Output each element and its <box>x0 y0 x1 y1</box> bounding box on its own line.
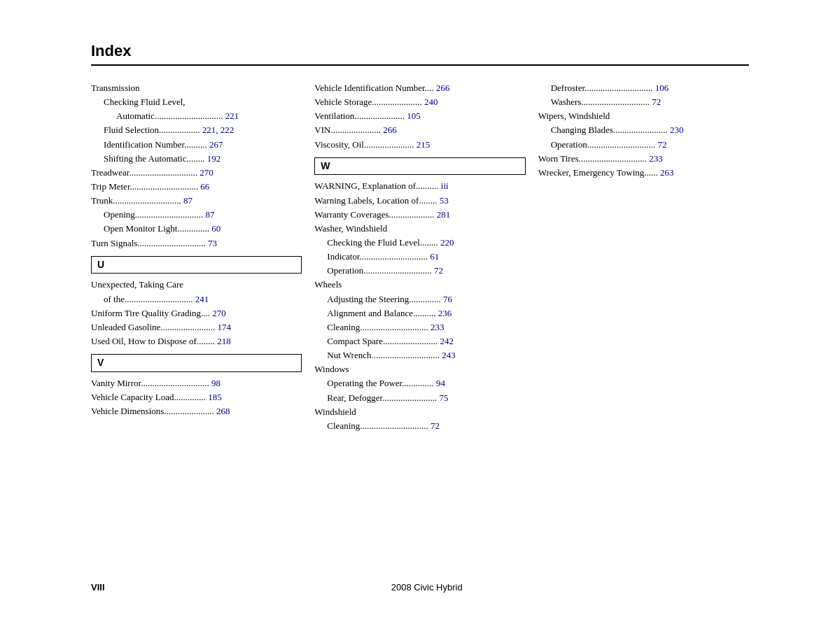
section-header: V <box>91 348 302 376</box>
page-number: 266 <box>434 83 450 93</box>
dot-leader: .............. <box>177 223 209 234</box>
dot-leader: .... <box>425 83 434 93</box>
index-column-1: TransmissionChecking Fluid Level,Automat… <box>91 81 314 433</box>
index-columns: TransmissionChecking Fluid Level,Automat… <box>91 81 749 433</box>
dot-leader: ........................ <box>613 125 668 135</box>
page-number: 87 <box>203 209 214 220</box>
page-number: 218 <box>215 336 231 346</box>
dot-leader: .................. <box>159 125 202 135</box>
list-item: Turn Signals............................… <box>91 236 302 250</box>
list-item: Trunk.............................. 87 <box>91 194 302 208</box>
dot-leader: .............................. <box>155 111 223 121</box>
list-item: Shifting the Automatic........ 192 <box>91 152 302 166</box>
section-header: U <box>91 250 302 278</box>
index-column-3: Defroster.............................. … <box>538 81 749 433</box>
page-number: 267 <box>207 139 223 150</box>
list-item: Washers.............................. 72 <box>538 95 749 109</box>
list-item: Vehicle Capacity Load.............. 185 <box>91 390 302 404</box>
page-number: 240 <box>422 97 438 107</box>
dot-leader: .................... <box>389 209 435 220</box>
page-number: 242 <box>438 336 454 346</box>
dot-leader: .......... <box>416 180 439 191</box>
page-number: 75 <box>437 392 448 403</box>
page-number: 72 <box>655 139 666 150</box>
list-item: Warranty Coverages.................... 2… <box>314 208 525 222</box>
page-title: Index <box>91 42 749 60</box>
page-number: 221, 222 <box>202 125 234 135</box>
page-number: 66 <box>198 181 209 192</box>
page-number: 270 <box>210 308 226 318</box>
dot-leader: .............. <box>409 294 441 304</box>
list-item: Wrecker, Emergency Towing...... 263 <box>538 166 749 180</box>
page-number: 233 <box>428 322 444 332</box>
page-number: 243 <box>440 350 456 360</box>
list-item: Indicator.............................. … <box>314 250 525 264</box>
list-item: Cleaning.............................. 2… <box>314 320 525 334</box>
list-item: Operation.............................. … <box>314 264 525 278</box>
page-number: 192 <box>204 153 220 164</box>
list-item: Operation.............................. … <box>538 138 749 152</box>
page-number: 220 <box>438 237 454 248</box>
list-item: Ventilation...................... 105 <box>314 109 525 123</box>
list-item: Worn Tires..............................… <box>538 152 749 166</box>
page-number: 215 <box>414 139 430 150</box>
list-item: Checking the Fluid Level........ 220 <box>314 236 525 250</box>
list-item: Changing Blades........................ … <box>538 123 749 137</box>
list-item: Vehicle Dimensions......................… <box>91 404 302 418</box>
page-number: 236 <box>436 308 452 318</box>
page-number: 72 <box>428 420 440 431</box>
list-item: Checking Fluid Level, <box>91 95 302 109</box>
dot-leader: .............................. <box>360 420 428 431</box>
list-item: Wipers, Windshield <box>538 109 749 123</box>
dot-leader: ........ <box>419 195 437 206</box>
page-footer: VIII 2008 Civic Hybrid <box>0 582 840 593</box>
dot-leader: .... <box>201 308 210 318</box>
list-item: Windows <box>314 362 525 376</box>
dot-leader: .......... <box>413 308 436 318</box>
dot-leader: .............................. <box>141 378 209 388</box>
list-item: Defroster.............................. … <box>538 81 749 95</box>
page-number: 233 <box>647 153 663 164</box>
dot-leader: .............................. <box>129 167 197 178</box>
dot-leader: ........................ <box>383 336 438 346</box>
list-item: VIN...................... 266 <box>314 123 525 137</box>
page-number: 98 <box>209 378 220 388</box>
page: Index TransmissionChecking Fluid Level,A… <box>0 0 840 624</box>
dot-leader: .......... <box>184 139 207 150</box>
page-number: 76 <box>441 294 452 304</box>
page-number: 53 <box>437 195 448 206</box>
dot-leader: .............................. <box>587 139 656 150</box>
list-item: Vanity Mirror...........................… <box>91 376 302 390</box>
dot-leader: ........................ <box>382 392 437 403</box>
list-item: Operating the Power.............. 94 <box>314 376 525 390</box>
dot-leader: .............................. <box>135 209 204 220</box>
list-item: Vehicle Identification Number.... 266 <box>314 81 525 95</box>
list-item: Vehicle Storage...................... 24… <box>314 95 525 109</box>
list-item: Trip Meter..............................… <box>91 180 302 194</box>
dot-leader: .............................. <box>360 251 428 262</box>
list-item: Adjusting the Steering.............. 76 <box>314 292 525 306</box>
list-item: Rear, Defogger........................ 7… <box>314 391 525 405</box>
page-number: 230 <box>668 125 684 135</box>
page-number: 281 <box>435 209 451 220</box>
list-item: of the.............................. 241 <box>91 292 302 306</box>
page-number: 174 <box>215 322 231 332</box>
page-number: 72 <box>650 97 661 107</box>
list-item: Open Monitor Light.............. 60 <box>91 222 302 236</box>
dot-leader: ........ <box>197 336 215 346</box>
page-number: 60 <box>209 223 220 234</box>
page-number: 270 <box>197 167 214 178</box>
dot-leader: .............. <box>174 392 206 402</box>
page-number: 87 <box>181 195 192 206</box>
footer-page-number: VIII <box>91 582 105 593</box>
section-header: W <box>314 152 525 180</box>
list-item: WARNING, Explanation of.......... iii <box>314 179 525 193</box>
dot-leader: .............. <box>402 378 434 388</box>
dot-leader: .............................. <box>371 350 440 360</box>
page-number: iii <box>439 180 449 191</box>
page-number: 105 <box>405 111 421 121</box>
page-number: 266 <box>381 125 397 135</box>
dot-leader: .............................. <box>137 238 206 248</box>
dot-leader: ...................... <box>354 111 405 121</box>
page-number: 72 <box>432 265 443 276</box>
